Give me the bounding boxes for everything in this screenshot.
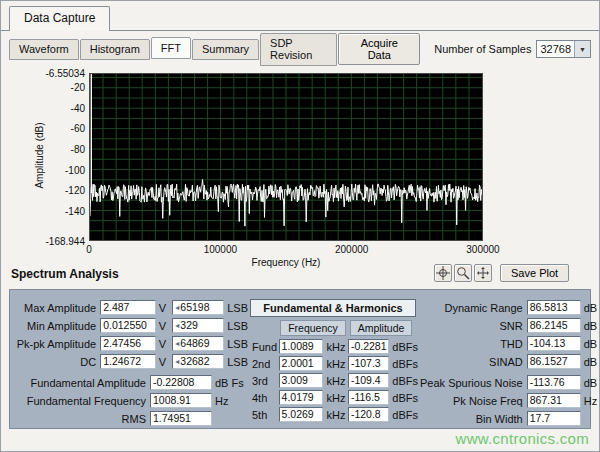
max-amplitude-row: Max Amplitude 2.487 V ◂65198 LSB (12, 299, 250, 316)
fundamental-amplitude-field[interactable]: -0.22808 (150, 375, 212, 390)
dynamic-range-label: Dynamic Range (444, 302, 526, 314)
amplitude-column: Max Amplitude 2.487 V ◂65198 LSB Min Amp… (12, 299, 250, 428)
harmonic-amp-field[interactable]: -120.8 (348, 407, 389, 422)
x-axis-tick-label: 200000 (322, 244, 382, 255)
dc-volts-field[interactable]: 1.24672 (100, 354, 156, 369)
bin-width-field[interactable]: 17.7 (527, 411, 581, 426)
unit-label: dB (581, 320, 600, 332)
y-axis-tick-label: -60 (39, 123, 85, 134)
unit-label: kHz (323, 392, 347, 404)
unit-label: kHz (323, 358, 347, 370)
metrics-column: Dynamic Range 86.5813 dB SNR 86.2145 dB … (420, 299, 600, 428)
sinad-field[interactable]: 86.1527 (527, 354, 581, 369)
unit-label: Hz (581, 395, 600, 407)
unit-label: dBFs (389, 358, 420, 370)
harmonic-row-2nd: 2nd 2.0001 kHz -107.3 dBFs (250, 355, 420, 372)
harmonic-freq-field[interactable]: 4.0179 (279, 390, 324, 405)
harmonic-freq-field[interactable]: 5.0269 (279, 407, 324, 422)
watermark-text: www.cntronics.com (456, 430, 589, 447)
harmonic-row-fund: Fund 1.0089 kHz -0.2281 dBFs (250, 338, 420, 355)
max-amplitude-volts-field[interactable]: 2.487 (100, 300, 156, 315)
harmonic-name: 5th (250, 409, 279, 421)
frequency-column-header: Frequency (280, 320, 346, 336)
pkpk-amplitude-volts-field[interactable]: 2.47456 (100, 336, 156, 351)
unit-label: dB Fs (212, 377, 246, 389)
unit-label: dB (581, 338, 600, 350)
unit-label: V (156, 320, 172, 332)
pk-noise-freq-label: Pk Noise Freq (453, 395, 527, 407)
lsb-value: 32682 (180, 355, 209, 368)
peak-spurious-noise-field[interactable]: -113.76 (527, 375, 581, 390)
number-of-samples-label: Number of Samples (434, 43, 531, 55)
spinner-icon[interactable]: ◂ (175, 319, 179, 332)
dynamic-range-field[interactable]: 86.5813 (527, 300, 581, 315)
spinner-icon[interactable]: ◂ (175, 337, 179, 350)
fft-plot-canvas[interactable] (89, 73, 483, 241)
unit-label: V (156, 338, 172, 350)
dc-lsb-field[interactable]: ◂32682 (172, 354, 224, 369)
tab-sdp-revision[interactable]: SDP Revision (260, 33, 337, 66)
tab-fft[interactable]: FFT (151, 37, 191, 59)
harmonic-name: Fund (250, 341, 279, 353)
unit-label: dBFs (389, 375, 420, 387)
harmonic-amp-field[interactable]: -116.5 (348, 390, 389, 405)
unit-label: kHz (323, 409, 347, 421)
zoom-icon[interactable] (454, 264, 472, 282)
snr-row: SNR 86.2145 dB (420, 317, 600, 334)
spinner-icon[interactable]: ◂ (175, 355, 179, 368)
harmonic-amp-field[interactable]: -0.2281 (348, 339, 389, 354)
thd-field[interactable]: -104.13 (527, 336, 581, 351)
bin-width-row: Bin Width 17.7 (420, 410, 600, 427)
harmonic-freq-field[interactable]: 2.0001 (279, 356, 324, 371)
rms-field[interactable]: 1.74951 (150, 411, 212, 426)
tab-histogram[interactable]: Histogram (80, 39, 150, 60)
pk-noise-freq-field[interactable]: 867.31 (527, 393, 581, 408)
min-amplitude-lsb-field[interactable]: ◂329 (172, 318, 224, 333)
unit-label: LSB (224, 338, 250, 350)
fft-chart[interactable]: -6.55034-20-40-60-80-100-120-140-168.944… (89, 73, 483, 241)
tab-waveform[interactable]: Waveform (9, 39, 79, 60)
y-axis-title: Amplitude (dB) (34, 91, 45, 221)
save-plot-button[interactable]: Save Plot (500, 264, 569, 282)
spinner-icon[interactable]: ◂ (175, 301, 179, 314)
chevron-down-icon[interactable]: ▼ (574, 41, 590, 57)
thd-row: THD -104.13 dB (420, 335, 600, 352)
cursor-crosshair-icon[interactable] (434, 264, 452, 282)
pkpk-amplitude-row: Pk-pk Amplitude 2.47456 V ◂64869 LSB (12, 335, 250, 352)
unit-label: dB (581, 302, 600, 314)
harmonics-table: Fundamental & Harmonics Frequency Amplit… (250, 299, 420, 428)
harmonic-amp-field[interactable]: -109.4 (348, 373, 389, 388)
harmonic-amp-field[interactable]: -107.3 (348, 356, 389, 371)
window-tab-data-capture[interactable]: Data Capture (9, 6, 110, 31)
min-amplitude-row: Min Amplitude 0.012550 V ◂329 LSB (12, 317, 250, 334)
samples-value: 32768 (537, 41, 574, 57)
y-axis-tick-label: -6.55034 (39, 68, 85, 79)
pkpk-amplitude-lsb-field[interactable]: ◂64869 (172, 336, 224, 351)
sinad-label: SINAD (489, 356, 527, 368)
unit-label: LSB (224, 320, 250, 332)
harmonic-freq-field[interactable]: 1.0089 (279, 339, 324, 354)
peak-spurious-noise-row: Peak Spurious Noise -113.76 dB (420, 374, 600, 391)
harmonic-freq-field[interactable]: 3.009 (279, 373, 324, 388)
unit-label: dB (581, 377, 600, 389)
samples-combobox[interactable]: 32768 ▼ (536, 40, 591, 58)
snr-label: SNR (500, 320, 527, 332)
min-amplitude-label: Min Amplitude (12, 320, 100, 332)
snr-field[interactable]: 86.2145 (527, 318, 581, 333)
pan-hand-icon[interactable] (474, 264, 492, 282)
dynamic-range-row: Dynamic Range 86.5813 dB (420, 299, 600, 316)
min-amplitude-volts-field[interactable]: 0.012550 (100, 318, 156, 333)
tab-summary[interactable]: Summary (192, 39, 259, 60)
unit-label: dBFs (389, 409, 420, 421)
unit-label: Hz (212, 395, 230, 407)
max-amplitude-lsb-field[interactable]: ◂65198 (172, 300, 224, 315)
acquire-data-button[interactable]: Acquire Data (338, 33, 420, 65)
fundamental-frequency-field[interactable]: 1008.91 (150, 393, 212, 408)
plot-toolbar: Save Plot (434, 264, 569, 282)
dc-label: DC (12, 356, 100, 368)
x-axis: 0100000200000300000 (89, 244, 483, 256)
spectrum-analysis-title: Spectrum Analysis (11, 267, 119, 281)
peak-spurious-noise-label: Peak Spurious Noise (420, 377, 527, 389)
sinad-row: SINAD 86.1527 dB (420, 353, 600, 370)
dc-row: DC 1.24672 V ◂32682 LSB (12, 353, 250, 370)
